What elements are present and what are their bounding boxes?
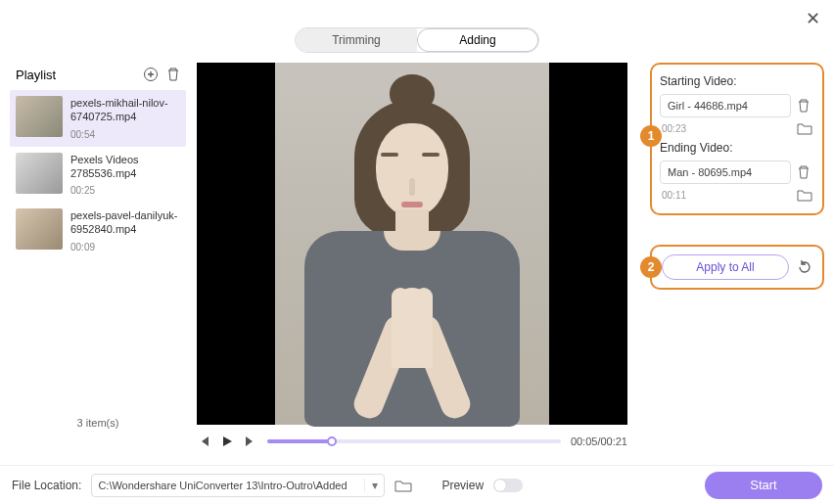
ending-video-label: Ending Video: xyxy=(660,141,814,155)
thumbnail xyxy=(16,153,63,194)
video-preview[interactable] xyxy=(197,63,627,425)
settings-panel: 1 Starting Video: Girl - 44686.mp4 00:23… xyxy=(638,63,824,435)
step-badge-1: 1 xyxy=(640,125,662,147)
next-button[interactable] xyxy=(244,435,257,448)
step-badge-2: 2 xyxy=(640,256,662,278)
seek-slider[interactable] xyxy=(267,439,561,443)
tab-adding[interactable]: Adding xyxy=(417,28,538,52)
thumbnail xyxy=(16,208,63,250)
time-display: 00:05/00:21 xyxy=(571,435,627,447)
file-location-field[interactable]: ▾ xyxy=(91,474,385,497)
item-name: pexels-mikhail-nilov-6740725.mp4 xyxy=(70,96,180,124)
preview-panel: 00:05/00:21 xyxy=(186,63,638,435)
play-button[interactable] xyxy=(220,435,234,448)
open-folder-icon[interactable] xyxy=(394,479,412,492)
ending-video-field[interactable]: Man - 80695.mp4 xyxy=(660,160,791,184)
starting-duration: 00:23 xyxy=(660,123,791,134)
starting-video-label: Starting Video: xyxy=(660,74,814,88)
delete-icon[interactable] xyxy=(166,67,180,82)
item-name: pexels-pavel-danilyuk-6952840.mp4 xyxy=(70,208,180,237)
playlist-item[interactable]: Pexels Videos 2785536.mp4 00:25 xyxy=(10,147,186,204)
playlist-item[interactable]: pexels-pavel-danilyuk-6952840.mp4 00:09 xyxy=(10,203,186,259)
apply-group: 2 Apply to All xyxy=(650,245,824,290)
browse-starting-icon[interactable] xyxy=(797,121,814,135)
playlist-count: 3 item(s) xyxy=(10,411,186,435)
start-button[interactable]: Start xyxy=(705,472,822,499)
preview-label: Preview xyxy=(441,479,484,492)
thumbnail xyxy=(16,96,63,137)
mode-tabs: Trimming Adding xyxy=(295,27,539,53)
file-location-input[interactable] xyxy=(92,480,364,491)
item-duration: 00:09 xyxy=(70,241,180,253)
ending-duration: 00:11 xyxy=(660,190,791,201)
footer-bar: File Location: ▾ Preview Start xyxy=(0,465,834,504)
starting-video-field[interactable]: Girl - 44686.mp4 xyxy=(660,94,791,117)
location-dropdown-icon[interactable]: ▾ xyxy=(364,479,384,492)
reset-icon[interactable] xyxy=(797,259,812,275)
playlist-item[interactable]: pexels-mikhail-nilov-6740725.mp4 00:54 xyxy=(10,90,186,147)
item-duration: 00:25 xyxy=(70,184,180,197)
apply-to-all-button[interactable]: Apply to All xyxy=(662,254,789,280)
file-location-label: File Location: xyxy=(12,479,81,492)
item-duration: 00:54 xyxy=(70,128,180,141)
item-name: Pexels Videos 2785536.mp4 xyxy=(70,153,180,181)
intro-outro-group: 1 Starting Video: Girl - 44686.mp4 00:23… xyxy=(650,63,824,215)
tab-trimming[interactable]: Trimming xyxy=(296,28,417,52)
close-button[interactable]: ✕ xyxy=(806,8,820,29)
add-icon[interactable] xyxy=(143,67,159,82)
clear-starting-icon[interactable] xyxy=(797,98,814,114)
clear-ending-icon[interactable] xyxy=(797,164,814,180)
prev-button[interactable] xyxy=(197,435,210,448)
playlist-title: Playlist xyxy=(16,68,56,82)
preview-toggle[interactable] xyxy=(493,479,523,492)
playlist-panel: Playlist pexels-mikhail-nilov-6740725.mp… xyxy=(10,63,186,435)
browse-ending-icon[interactable] xyxy=(797,188,814,202)
